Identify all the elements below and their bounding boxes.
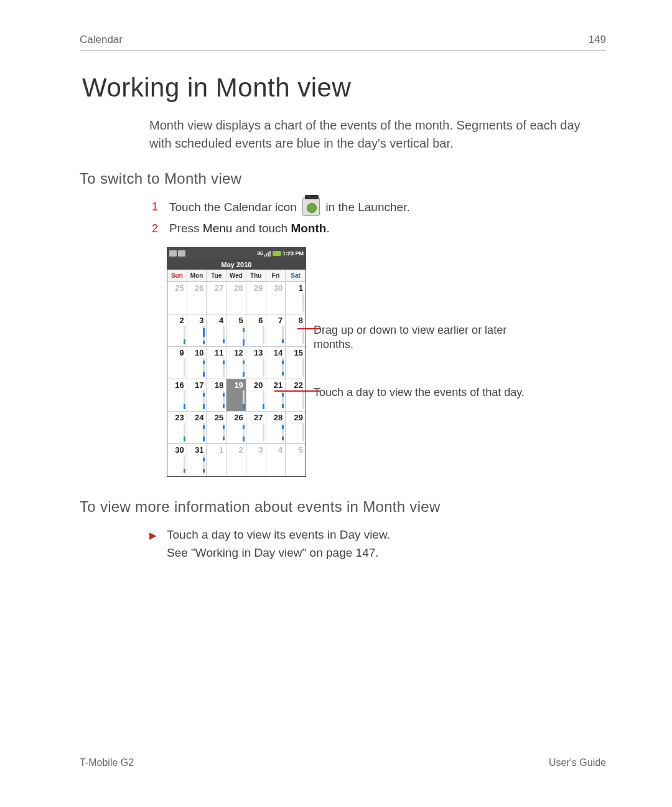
event-segment xyxy=(282,404,284,408)
calendar-day-cell[interactable]: 26 xyxy=(226,412,246,444)
header-section: Calendar xyxy=(80,34,123,46)
footer-right: User's Guide xyxy=(549,757,606,768)
calendar-day-cell[interactable]: 25 xyxy=(167,282,187,314)
day-number: 3 xyxy=(199,316,203,325)
intro-paragraph: Month view displays a chart of the event… xyxy=(149,116,600,153)
event-segment xyxy=(282,372,284,375)
calendar-day-cell[interactable]: 26 xyxy=(187,282,207,314)
month-bold: Month xyxy=(291,222,326,235)
day-event-bar xyxy=(263,423,264,441)
calendar-day-cell[interactable]: 5 xyxy=(226,314,246,347)
calendar-day-cell[interactable]: 18 xyxy=(207,379,226,412)
step-text: Press Menu and touch Month. xyxy=(169,219,330,238)
calendar-day-cell[interactable]: 9 xyxy=(167,347,187,379)
day-header: Sun xyxy=(167,270,187,282)
day-number: 6 xyxy=(258,316,263,325)
day-event-bar xyxy=(302,423,304,441)
day-number: 21 xyxy=(274,380,282,390)
event-segment xyxy=(282,361,284,364)
day-number: 24 xyxy=(195,413,203,422)
calendar-day-cell[interactable]: 31 xyxy=(187,444,207,476)
calendar-day-cell[interactable]: 21 xyxy=(266,379,286,412)
calendar-day-cell[interactable]: 1 xyxy=(286,282,306,314)
event-segment xyxy=(282,393,284,397)
calendar-day-cell[interactable]: 23 xyxy=(167,412,187,444)
event-segment xyxy=(243,404,245,409)
calendar-day-cell[interactable]: 2 xyxy=(167,314,187,347)
event-segment xyxy=(282,339,284,343)
calendar-day-cell[interactable]: 28 xyxy=(266,412,286,444)
calendar-day-cell[interactable]: 5 xyxy=(286,444,306,476)
day-number: 27 xyxy=(254,413,263,422)
day-number: 16 xyxy=(175,380,184,390)
calendar-day-cell[interactable]: 8 xyxy=(286,314,306,347)
calendar-day-cell[interactable]: 27 xyxy=(207,282,226,314)
callout-line-2 xyxy=(274,390,320,392)
triangle-bullet-icon: ▶ xyxy=(149,528,157,542)
day-number: 5 xyxy=(299,445,303,455)
footer-left: T-Mobile G2 xyxy=(80,757,134,768)
signal-bars-icon xyxy=(264,250,271,257)
calendar-day-cell[interactable]: 24 xyxy=(187,412,207,444)
callout-line-1 xyxy=(297,328,320,329)
calendar-day-cell[interactable]: 30 xyxy=(167,444,187,476)
event-segment xyxy=(184,404,185,409)
event-segment xyxy=(203,361,205,364)
step-list: 1 Touch the Calendar icon in the Launche… xyxy=(149,197,600,238)
event-segment xyxy=(223,425,225,429)
event-segment xyxy=(243,372,245,377)
calendar-day-cell[interactable]: 29 xyxy=(286,412,306,444)
calendar-day-cell[interactable]: 27 xyxy=(246,412,266,444)
event-segment xyxy=(203,458,205,461)
calendar-day-cell[interactable]: 4 xyxy=(266,444,286,476)
day-number: 3 xyxy=(258,445,263,455)
calendar-day-cell[interactable]: 1 xyxy=(207,444,226,476)
calendar-day-cell[interactable]: 6 xyxy=(246,314,266,347)
day-number: 2 xyxy=(239,445,243,455)
status-bar: 3G 1:23 PM xyxy=(167,248,306,259)
day-header: Thu xyxy=(246,270,266,282)
calendar-day-cell[interactable]: 17 xyxy=(187,379,207,412)
calendar-day-cell[interactable]: 15 xyxy=(286,347,306,379)
calendar-day-cell[interactable]: 28 xyxy=(226,282,246,314)
calendar-day-cell[interactable]: 14 xyxy=(266,347,286,379)
day-number: 8 xyxy=(299,316,303,325)
calendar-day-cell[interactable]: 30 xyxy=(266,282,286,314)
bullet-list: ▶ Touch a day to view its events in Day … xyxy=(149,526,600,562)
screenshot-row: 3G 1:23 PM May 2010 SunMonTueWedThuFriSa… xyxy=(167,247,600,477)
calendar-day-cell[interactable]: 25 xyxy=(207,412,226,444)
calendar-day-cell[interactable]: 2 xyxy=(226,444,246,476)
event-segment xyxy=(263,404,264,409)
day-number: 12 xyxy=(234,348,243,357)
calendar-day-cell[interactable]: 11 xyxy=(207,347,226,379)
event-segment xyxy=(243,425,245,429)
day-number: 4 xyxy=(278,445,282,455)
calendar-day-cell[interactable]: 13 xyxy=(246,347,266,379)
calendar-day-cell[interactable]: 4 xyxy=(207,314,226,347)
step-text: Touch the Calendar icon in the Launcher. xyxy=(169,197,410,217)
bullet-line-2: See "Working in Day view" on page 147. xyxy=(167,546,379,559)
day-event-bar xyxy=(184,358,185,377)
calendar-day-cell[interactable]: 29 xyxy=(246,282,266,314)
event-segment xyxy=(243,361,245,364)
day-number: 30 xyxy=(175,445,184,455)
calendar-day-cell[interactable]: 20 xyxy=(246,379,266,412)
day-number: 9 xyxy=(179,348,184,357)
day-number: 31 xyxy=(195,445,203,455)
status-left xyxy=(169,250,185,257)
day-event-bar xyxy=(263,326,264,344)
calendar-day-cell[interactable]: 19 xyxy=(226,379,246,412)
calendar-day-cell[interactable]: 12 xyxy=(226,347,246,379)
event-segment xyxy=(223,404,225,408)
step-text-b: and touch xyxy=(232,222,291,235)
calendar-day-cell[interactable]: 10 xyxy=(187,347,207,379)
calendar-day-cell[interactable]: 16 xyxy=(167,379,187,412)
header-rule xyxy=(80,50,606,50)
calendar-day-cell[interactable]: 3 xyxy=(187,314,207,347)
calendar-day-cell[interactable]: 22 xyxy=(286,379,306,412)
event-segment xyxy=(203,437,205,441)
month-title-bar: May 2010 xyxy=(167,259,306,270)
calendar-day-cell[interactable]: 3 xyxy=(246,444,266,476)
calendar-day-cell[interactable]: 7 xyxy=(266,314,286,347)
day-number: 14 xyxy=(274,348,282,357)
